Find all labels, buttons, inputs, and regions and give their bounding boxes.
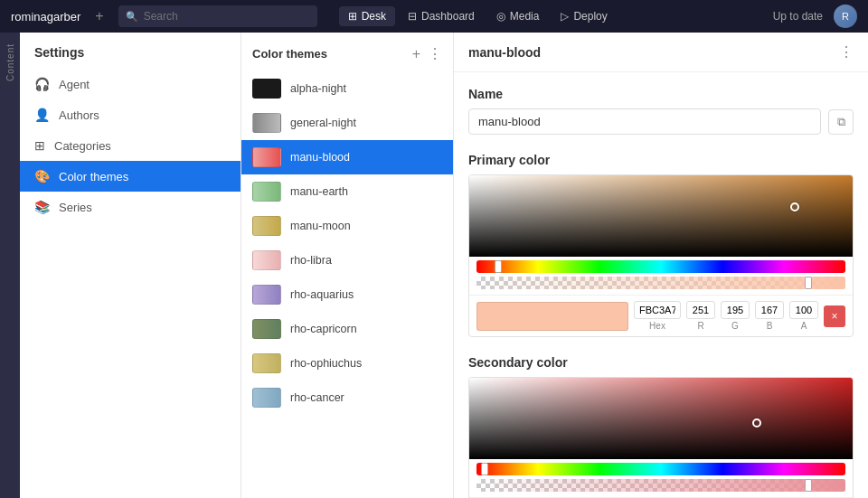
nav-right: Up to date R [773,5,857,28]
avatar-initial: R [842,11,849,22]
theme-label-alpha-night: alpha-night [290,82,346,95]
themes-more-icon[interactable]: ⋮ [428,45,442,62]
tab-desk-label: Desk [362,10,386,23]
themes-header-actions: + ⋮ [412,45,442,62]
name-label: Name [468,87,854,101]
secondary-color-handle[interactable] [752,418,761,428]
media-icon: ◎ [496,10,505,23]
categories-icon: ⊞ [34,138,45,153]
theme-swatch-general-night [252,113,281,133]
top-nav: rominagarber + 🔍 ⊞ Desk ⊟ Dashboard ◎ Me… [0,0,868,33]
primary-a-input[interactable] [789,301,818,319]
dashboard-icon: ⊟ [408,10,417,23]
theme-item-general-night[interactable]: general-night [241,106,453,140]
theme-item-manu-moon[interactable]: manu-moon [241,209,453,243]
detail-content: Name ⧉ Primary color [454,72,868,498]
primary-hue-thumb[interactable] [495,260,502,273]
settings-nav: 🎧 Agent 👤 Authors ⊞ Categories 🎨 Color t… [20,69,241,222]
primary-hex-input[interactable] [634,301,681,319]
secondary-alpha-thumb[interactable] [805,479,812,492]
secondary-color-picker: Hex R G B [468,377,854,498]
tab-media-label: Media [510,10,540,23]
secondary-alpha-slider[interactable] [476,479,845,492]
primary-a-label: A [801,321,807,331]
primary-color-swatch [476,302,628,331]
theme-swatch-manu-earth [252,182,281,202]
theme-item-rho-aquarius[interactable]: rho-aquarius [241,277,453,312]
primary-b-col: B [755,301,784,331]
primary-color-delete-button[interactable]: × [824,305,845,327]
primary-g-input[interactable] [721,301,750,319]
deploy-icon: ▷ [561,10,569,23]
primary-b-label: B [767,321,773,331]
theme-item-rho-libra[interactable]: rho-libra [241,243,453,277]
theme-item-manu-blood[interactable]: manu-blood [241,140,453,174]
primary-r-label: R [697,321,703,331]
tab-dashboard-label: Dashboard [421,10,475,23]
search-input[interactable] [144,10,279,23]
detail-panel-title: manu-blood [468,45,541,60]
search-icon: 🔍 [126,11,138,23]
search-bar: 🔍 [118,5,317,27]
primary-b-input[interactable] [755,301,784,319]
secondary-hue-slider[interactable] [476,463,845,475]
tab-deploy[interactable]: ▷ Deploy [552,6,616,26]
sidebar-item-series[interactable]: 📚 Series [20,192,241,222]
tab-deploy-label: Deploy [573,10,607,23]
tab-media[interactable]: ◎ Media [487,6,549,26]
detail-more-icon[interactable]: ⋮ [839,43,854,61]
theme-swatch-rho-libra [252,250,281,270]
theme-item-rho-ophiuchus[interactable]: rho-ophiuchus [241,346,453,381]
primary-color-inputs: Hex R G B [469,295,853,336]
primary-hue-slider[interactable] [476,260,845,273]
primary-color-gradient[interactable] [469,175,853,257]
primary-color-handle[interactable] [790,202,799,211]
main-area: Content Settings 🎧 Agent 👤 Authors ⊞ Cat… [0,33,868,498]
primary-hex-label: Hex [649,321,665,331]
theme-item-manu-earth[interactable]: manu-earth [241,174,453,209]
theme-label-rho-capricorn: rho-capricorn [290,323,357,335]
secondary-color-label: Secondary color [468,355,854,370]
color-themes-icon: 🎨 [34,169,50,183]
primary-hex-col: Hex [634,301,681,331]
secondary-hue-thumb[interactable] [481,463,488,475]
sidebar-item-color-themes[interactable]: 🎨 Color themes [20,161,241,192]
theme-swatch-manu-blood [252,147,281,167]
authors-icon: 👤 [34,108,50,122]
content-strip-label: Content [5,43,15,81]
primary-alpha-slider[interactable] [476,277,845,289]
desk-icon: ⊞ [348,10,357,23]
themes-list: alpha-night general-night manu-blood man… [241,71,453,415]
theme-swatch-manu-moon [252,216,281,236]
theme-item-alpha-night[interactable]: alpha-night [241,71,453,106]
theme-label-manu-earth: manu-earth [290,185,348,198]
settings-title: Settings [20,33,241,69]
sidebar-item-authors[interactable]: 👤 Authors [20,99,241,130]
tab-dashboard[interactable]: ⊟ Dashboard [399,6,484,26]
secondary-color-section: Secondary color [468,355,854,498]
avatar[interactable]: R [834,5,857,28]
primary-r-col: R [686,301,715,331]
secondary-alpha-overlay [476,479,845,492]
theme-label-general-night: general-night [290,117,356,129]
add-theme-icon[interactable]: + [412,46,420,62]
primary-r-input[interactable] [686,301,715,319]
add-site-icon[interactable]: + [95,8,103,24]
copy-name-button[interactable]: ⧉ [828,109,854,135]
primary-alpha-thumb[interactable] [805,277,812,289]
sidebar-item-agent[interactable]: 🎧 Agent [20,69,241,99]
theme-item-rho-capricorn[interactable]: rho-capricorn [241,312,453,346]
theme-item-rho-cancer[interactable]: rho-cancer [241,381,453,415]
primary-color-label: Primary color [468,153,854,167]
primary-alpha-overlay [476,277,845,289]
content-strip: Content [0,33,20,498]
detail-panel: manu-blood ⋮ Name ⧉ Primary color [454,33,868,498]
secondary-color-gradient[interactable] [469,378,853,459]
sidebar-item-series-label: Series [59,201,92,214]
tab-desk[interactable]: ⊞ Desk [339,6,395,26]
sidebar-item-categories-label: Categories [54,139,111,153]
primary-g-label: G [731,321,739,331]
sidebar-item-categories[interactable]: ⊞ Categories [20,130,241,161]
themes-panel-title: Color themes [252,47,327,61]
name-input[interactable] [468,108,821,135]
